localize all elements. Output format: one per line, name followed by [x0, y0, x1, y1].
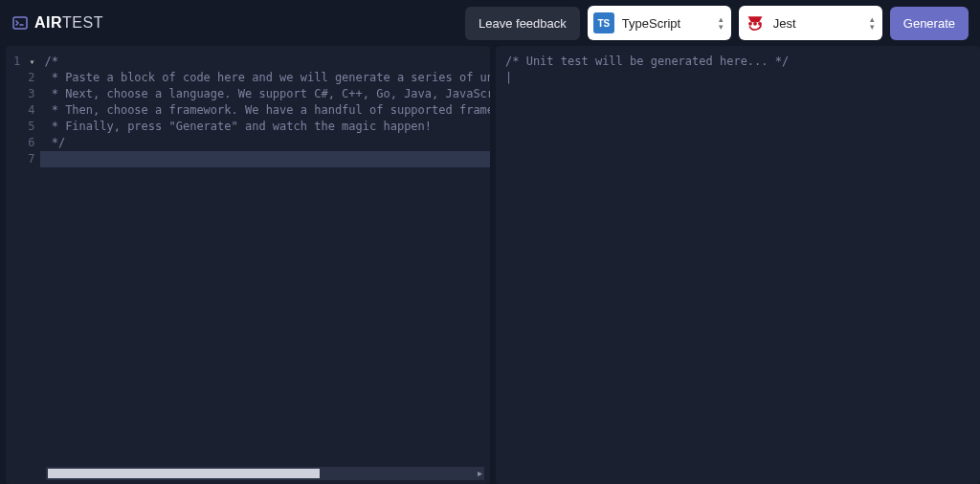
- input-editor[interactable]: 1 ▾234567 /* * Paste a block of code her…: [6, 46, 490, 175]
- code-line: * Next, choose a language. We support C#…: [44, 86, 490, 102]
- output-editor-pane: /* Unit test will be generated here... *…: [496, 46, 980, 484]
- horizontal-scrollbar[interactable]: ▸: [46, 467, 484, 480]
- logo-light: TEST: [62, 14, 103, 31]
- line-gutter: 1 ▾234567: [6, 46, 40, 175]
- editors-container: 1 ▾234567 /* * Paste a block of code her…: [0, 46, 980, 484]
- code-input-area[interactable]: /* * Paste a block of code here and we w…: [40, 46, 490, 175]
- logo: AIRTEST: [11, 14, 103, 32]
- code-line: [40, 151, 490, 167]
- scroll-right-icon[interactable]: ▸: [478, 468, 482, 478]
- svg-rect-0: [13, 17, 27, 29]
- chevron-updown-icon: ▴▾: [719, 16, 724, 31]
- code-line: /*: [44, 54, 490, 70]
- output-placeholder: /* Unit test will be generated here... *…: [505, 55, 789, 68]
- jest-icon: [745, 12, 766, 33]
- code-line: * Finally, press "Generate" and watch th…: [44, 119, 490, 135]
- scrollbar-thumb[interactable]: [48, 469, 320, 478]
- header: AIRTEST Leave feedback TS TypeScript ▴▾ …: [0, 0, 980, 46]
- language-label: TypeScript: [622, 16, 711, 31]
- feedback-button[interactable]: Leave feedback: [465, 7, 580, 40]
- input-editor-pane: 1 ▾234567 /* * Paste a block of code her…: [6, 46, 490, 484]
- code-line: */: [44, 135, 490, 151]
- framework-dropdown[interactable]: Jest ▴▾: [739, 6, 882, 40]
- code-output-area[interactable]: /* Unit test will be generated here... *…: [496, 46, 980, 94]
- logo-text: AIRTEST: [34, 14, 103, 32]
- typescript-icon: TS: [593, 12, 614, 33]
- header-controls: Leave feedback TS TypeScript ▴▾ Jest ▴▾ …: [465, 6, 969, 40]
- cursor: |: [505, 71, 512, 84]
- svg-point-3: [753, 22, 757, 26]
- language-dropdown[interactable]: TS TypeScript ▴▾: [588, 6, 731, 40]
- chevron-updown-icon: ▴▾: [870, 16, 875, 31]
- code-line: * Paste a block of code here and we will…: [44, 70, 490, 86]
- generate-button[interactable]: Generate: [890, 7, 969, 40]
- terminal-icon: [11, 14, 29, 32]
- code-line: * Then, choose a framework. We have a ha…: [44, 102, 490, 119]
- logo-bold: AIR: [34, 14, 62, 31]
- framework-label: Jest: [773, 16, 862, 31]
- svg-point-2: [748, 22, 752, 26]
